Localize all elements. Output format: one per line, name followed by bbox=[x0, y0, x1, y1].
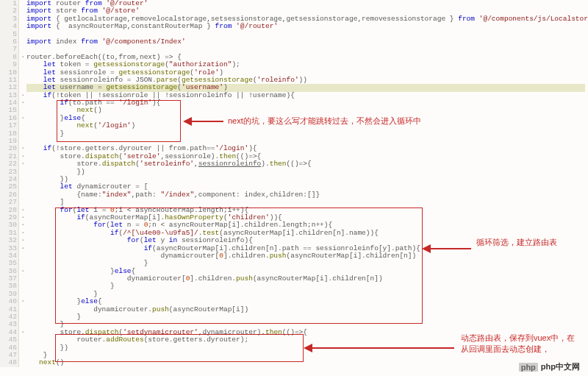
line-number: 27 bbox=[0, 199, 17, 206]
watermark-text: php中文网 bbox=[541, 361, 580, 372]
line-number: 32 bbox=[0, 237, 17, 244]
watermark-logo: php bbox=[519, 363, 538, 372]
annotation-text-3: 动态路由表，保存到vuex中，在 从回调里面去动态创建， bbox=[461, 333, 575, 355]
annotation-box-1 bbox=[57, 100, 181, 142]
svg-marker-1 bbox=[183, 117, 192, 126]
line-number: 48 bbox=[0, 359, 17, 366]
annotation-box-2 bbox=[55, 207, 423, 324]
annotation-text-2: 循环筛选，建立路由表 bbox=[476, 237, 557, 248]
annotation-arrow-3 bbox=[304, 340, 458, 356]
line-number-gutter: 1234567891011121314151617181920212223242… bbox=[0, 0, 19, 367]
code-line[interactable]: {name:"index",path: "/index",component: … bbox=[26, 191, 588, 199]
watermark: php php中文网 bbox=[514, 360, 584, 374]
annotation-text-1: next的坑，要这么写才能跳转过去，不然会进入循环中 bbox=[228, 116, 421, 127]
code-line[interactable]: }) bbox=[26, 169, 588, 176]
svg-marker-5 bbox=[304, 344, 312, 352]
annotation-arrow-1 bbox=[183, 113, 227, 130]
line-number: 9 bbox=[0, 61, 17, 68]
annotation-box-3 bbox=[55, 334, 304, 362]
code-line[interactable]: import index from '@/components/Index' bbox=[26, 38, 588, 46]
line-number: 4 bbox=[0, 23, 17, 30]
code-line[interactable]: import { asyncRouterMap,constantRouterMa… bbox=[26, 23, 588, 30]
svg-marker-3 bbox=[422, 244, 431, 253]
annotation-arrow-2 bbox=[422, 241, 475, 257]
code-line[interactable]: store.dispatch('setroleinfo',sessionrole… bbox=[26, 160, 588, 168]
